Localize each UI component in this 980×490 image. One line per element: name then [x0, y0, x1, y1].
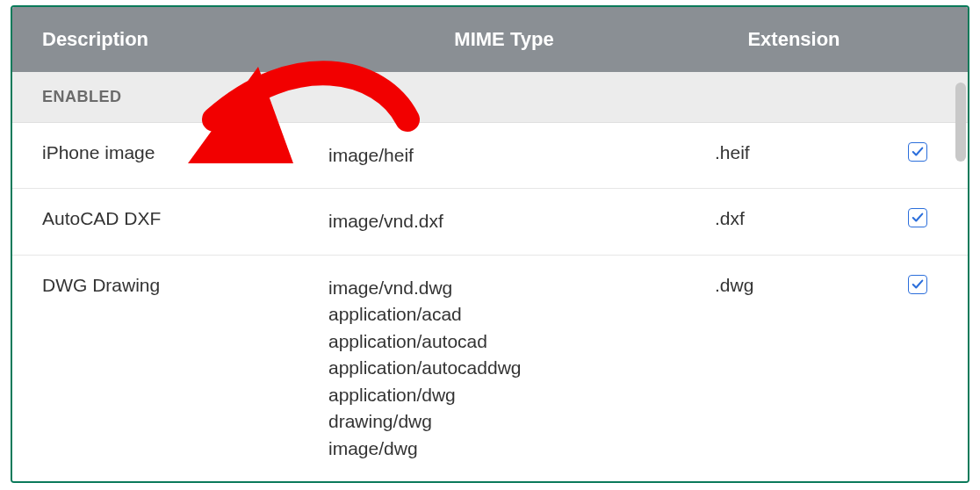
mime-value: drawing/dwg: [328, 408, 680, 435]
header-mime-type: MIME Type: [328, 28, 680, 51]
row-description: DWG Drawing: [12, 275, 328, 296]
checkmark-icon: [912, 146, 924, 158]
mime-value: application/autocad: [328, 328, 680, 355]
row-extension: .dxf: [680, 208, 908, 229]
mime-value: image/vnd.dwg: [328, 275, 680, 301]
table-row: iPhone image image/heif .heif: [12, 123, 968, 189]
scrollbar-thumb[interactable]: [955, 83, 966, 162]
table-row: AutoCAD DXF image/vnd.dxf .dxf: [12, 189, 968, 255]
table-header-row: Description MIME Type Extension: [12, 7, 968, 72]
header-checkbox-col: [908, 28, 968, 51]
table-scroll-area[interactable]: Description MIME Type Extension ENABLED …: [12, 7, 968, 481]
header-extension: Extension: [680, 28, 908, 51]
mime-value: application/acad: [328, 301, 680, 328]
group-header-enabled: ENABLED: [12, 72, 968, 123]
mime-value: image/dwg: [328, 436, 680, 462]
mime-value: application/dwg: [328, 382, 680, 408]
enable-checkbox[interactable]: [908, 142, 927, 162]
mime-value: application/autocaddwg: [328, 355, 680, 381]
row-mime-list: image/vnd.dwg application/acad applicati…: [328, 275, 680, 462]
row-mime-list: image/heif: [328, 142, 680, 169]
row-extension: .dwg: [680, 275, 908, 296]
table-row: DWG Drawing image/vnd.dwg application/ac…: [12, 256, 968, 481]
enable-checkbox[interactable]: [908, 208, 927, 227]
checkmark-icon: [912, 212, 924, 224]
row-extension: .heif: [680, 142, 908, 163]
checkmark-icon: [912, 278, 924, 291]
row-description: iPhone image: [12, 142, 328, 163]
enable-checkbox[interactable]: [908, 275, 927, 294]
header-description: Description: [12, 28, 328, 51]
mime-value: image/vnd.dxf: [328, 208, 680, 234]
row-description: AutoCAD DXF: [12, 208, 328, 229]
mime-value: image/heif: [328, 142, 680, 169]
mime-types-table: Description MIME Type Extension ENABLED …: [11, 5, 969, 483]
row-mime-list: image/vnd.dxf: [328, 208, 680, 234]
